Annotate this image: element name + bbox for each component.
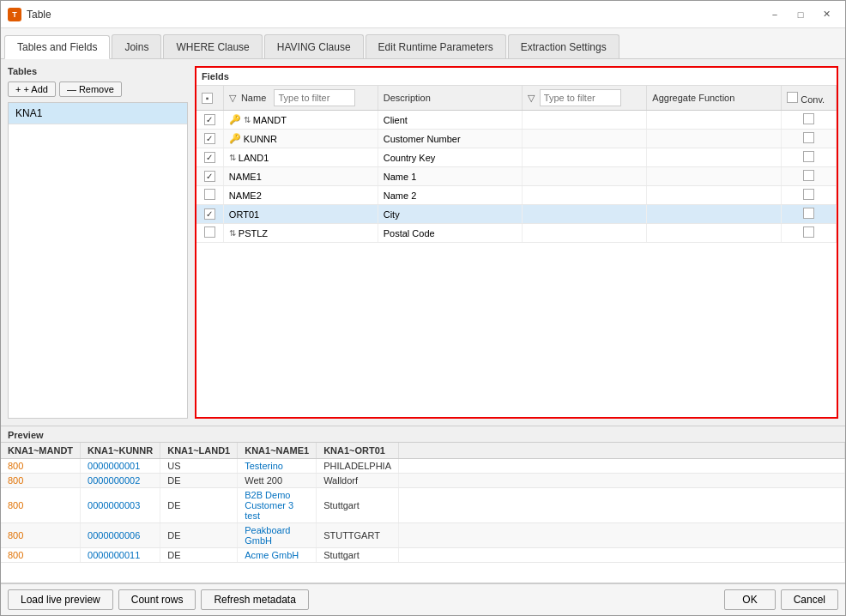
conv-cell-pstlz[interactable] [782, 224, 837, 243]
close-button[interactable]: ✕ [814, 6, 838, 23]
preview-label: Preview [1, 426, 845, 442]
fields-table-wrapper[interactable]: ▽ Name Description ▽ [196, 86, 837, 417]
check-ort01[interactable] [204, 208, 215, 220]
conv-check-name2[interactable] [803, 189, 814, 200]
cell-kunnr-3: 0000000006 [81, 523, 160, 548]
filter-icon-name: ▽ [229, 93, 236, 103]
check-name1[interactable] [204, 171, 215, 182]
cell-mandt-3: 800 [1, 523, 81, 548]
preview-table-body: 800 0000000001 US Testerino PHILADELPHIA… [1, 459, 845, 563]
fields-header-row: ▽ Name Description ▽ [196, 86, 837, 111]
tabs-bar: Tables and Fields Joins WHERE Clause HAV… [1, 28, 845, 59]
check-kunnr[interactable] [204, 133, 215, 144]
check-mandt[interactable] [204, 114, 215, 125]
field-row-ort01[interactable]: ORT01 City [196, 205, 837, 224]
footer: Load live preview Count rows Refresh met… [1, 583, 845, 615]
field-row-name2[interactable]: NAME2 Name 2 [196, 186, 837, 205]
check-pstlz[interactable] [204, 226, 215, 238]
table-item-kna1[interactable]: KNA1 [9, 103, 187, 124]
ok-button[interactable]: OK [724, 589, 775, 610]
conv-check-land1[interactable] [803, 151, 814, 162]
name-cell-ort01: ORT01 [223, 205, 378, 224]
cell-ort01-2: Stuttgart [317, 488, 399, 523]
conv-cell-name2[interactable] [782, 186, 837, 205]
tables-list[interactable]: KNA1 [8, 102, 188, 419]
conv-cell-ort01[interactable] [782, 205, 837, 224]
tab-joins[interactable]: Joins [112, 34, 161, 58]
conv-check-mandt[interactable] [803, 113, 814, 124]
window-title: Table [27, 9, 51, 21]
tab-extraction-settings[interactable]: Extraction Settings [508, 34, 619, 58]
check-cell-ort01[interactable] [196, 205, 223, 224]
cell-mandt-0: 800 [1, 459, 81, 474]
filter-cell-name2 [522, 186, 647, 205]
col-conv-header: Conv. [782, 86, 837, 111]
preview-col-name1: KNA1~NAME1 [238, 443, 317, 459]
load-live-preview-button[interactable]: Load live preview [8, 589, 113, 610]
field-name-pstlz: PSTLZ [239, 228, 268, 239]
app-icon-letter: T [12, 10, 17, 19]
conv-check-all[interactable] [787, 92, 798, 103]
field-row-land1[interactable]: ⇅ LAND1 Country Key [196, 148, 837, 167]
conv-check-name1[interactable] [803, 170, 814, 181]
cancel-button[interactable]: Cancel [781, 589, 838, 610]
col-filter-header: ▽ [522, 86, 647, 111]
preview-table-wrapper[interactable]: KNA1~MANDT KNA1~KUNNR KNA1~LAND1 KNA1~NA… [1, 442, 845, 583]
field-row-mandt[interactable]: 🔑 ⇅ MANDT Client [196, 111, 837, 130]
agg-cell-pstlz [647, 224, 782, 243]
count-rows-button[interactable]: Count rows [118, 589, 196, 610]
name-cell-name1: NAME1 [223, 167, 378, 186]
fields-panel: Fields ▽ Name [195, 66, 838, 419]
cell-land1-0: US [160, 459, 238, 474]
conv-check-pstlz[interactable] [803, 226, 814, 238]
check-cell-name1[interactable] [196, 167, 223, 186]
field-row-kunnr[interactable]: 🔑 KUNNR Customer Number [196, 130, 837, 148]
check-cell-pstlz[interactable] [196, 224, 223, 243]
tab-tables-fields[interactable]: Tables and Fields [4, 35, 110, 59]
preview-row-4: 800 0000000011 DE Acme GmbH Stuttgart [1, 548, 845, 563]
preview-col-empty [399, 443, 845, 459]
field-row-name1[interactable]: NAME1 Name 1 [196, 167, 837, 186]
minimize-button[interactable]: − [763, 6, 787, 23]
cell-ort01-4: Stuttgart [317, 548, 399, 563]
cell-land1-2: DE [160, 488, 238, 523]
check-cell-kunnr[interactable] [196, 130, 223, 148]
tab-having-clause[interactable]: HAVING Clause [264, 34, 364, 58]
refresh-metadata-button[interactable]: Refresh metadata [201, 589, 308, 610]
remove-table-button[interactable]: — Remove [59, 82, 122, 97]
filter-cell-ort01 [522, 205, 647, 224]
conv-check-ort01[interactable] [803, 208, 814, 219]
tab-edit-runtime[interactable]: Edit Runtime Parameters [366, 34, 506, 58]
check-cell-mandt[interactable] [196, 111, 223, 130]
field-name-name1: NAME1 [229, 172, 262, 182]
name-cell-name2: NAME2 [223, 186, 378, 205]
maximize-button[interactable]: □ [789, 6, 813, 23]
conv-cell-name1[interactable] [782, 167, 837, 186]
cell-land1-1: DE [160, 474, 238, 488]
check-land1[interactable] [204, 152, 215, 163]
minus-icon: — [67, 84, 76, 94]
conv-check-kunnr[interactable] [803, 132, 814, 143]
check-all-box[interactable] [202, 93, 213, 104]
add-table-button[interactable]: + + Add [8, 82, 56, 97]
field-name-kunnr: KUNNR [244, 134, 277, 144]
cell-kunnr-2: 0000000003 [81, 488, 160, 523]
conv-cell-kunnr[interactable] [782, 130, 837, 148]
sort-icon-mandt: ⇅ [244, 115, 251, 124]
desc-filter-input[interactable] [540, 89, 621, 106]
key-icon-mandt: 🔑 [229, 114, 241, 125]
preview-table: KNA1~MANDT KNA1~KUNNR KNA1~LAND1 KNA1~NA… [1, 443, 845, 563]
main-content: Tables + + Add — Remove KNA1 Fields [1, 59, 845, 426]
conv-cell-land1[interactable] [782, 148, 837, 167]
check-name2[interactable] [204, 189, 215, 200]
filter-icon-desc: ▽ [528, 93, 535, 103]
check-cell-name2[interactable] [196, 186, 223, 205]
cell-mandt-4: 800 [1, 548, 81, 563]
field-row-pstlz[interactable]: ⇅ PSTLZ Postal Code [196, 224, 837, 243]
tab-where-clause[interactable]: WHERE Clause [163, 34, 262, 58]
desc-cell-kunnr: Customer Number [378, 130, 522, 148]
name-filter-input[interactable] [274, 89, 355, 106]
name-cell-pstlz: ⇅ PSTLZ [223, 224, 378, 243]
check-cell-land1[interactable] [196, 148, 223, 167]
conv-cell-mandt[interactable] [782, 111, 837, 130]
